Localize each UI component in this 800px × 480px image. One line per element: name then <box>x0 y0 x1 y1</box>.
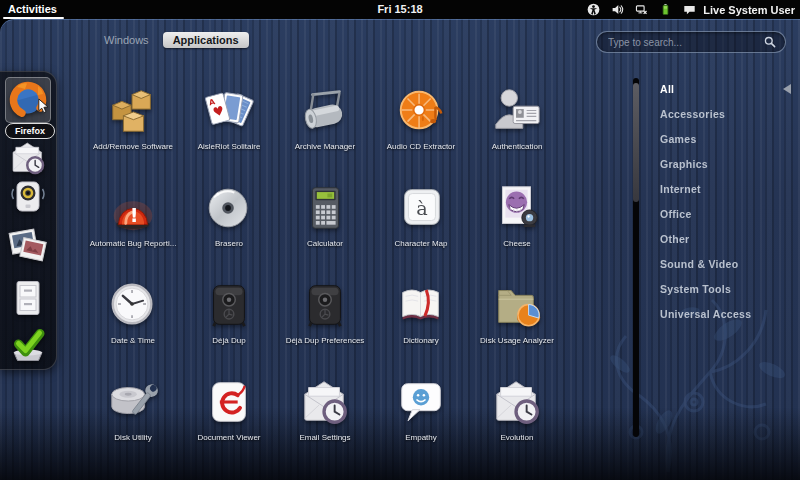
app-label: Calculator <box>277 239 373 248</box>
user-menu[interactable]: Live System User <box>683 3 795 17</box>
scrollbar-thumb[interactable] <box>633 83 639 202</box>
category-scrollbar[interactable] <box>633 78 639 437</box>
archive-manager-icon <box>298 84 352 138</box>
accessibility-icon[interactable] <box>587 3 600 16</box>
category-label: All <box>660 83 674 95</box>
dock-item-evolution[interactable] <box>8 138 48 178</box>
search-icon <box>764 36 776 48</box>
app-item-dictionary[interactable]: Dictionary <box>373 275 469 372</box>
app-item-deja-dup-preferences[interactable]: Déjà Dup Preferences <box>277 275 373 372</box>
dock-item-music-player[interactable] <box>8 177 48 217</box>
category-item-other[interactable]: Other <box>650 227 796 252</box>
app-item-automatic-bug-reporti[interactable]: !Automatic Bug Reporti... <box>85 178 181 275</box>
app-item-deja-dup[interactable]: Déjà Dup <box>181 275 277 372</box>
tab-applications[interactable]: Applications <box>163 32 249 48</box>
envelope-clock-icon <box>490 375 544 429</box>
file-cabinet-icon <box>8 278 48 318</box>
category-item-office[interactable]: Office <box>650 202 796 227</box>
battery-icon[interactable] <box>659 3 672 16</box>
category-label: Universal Access <box>660 308 751 320</box>
app-item-disk-utility[interactable]: Disk Utility <box>85 372 181 469</box>
volume-icon[interactable] <box>611 3 624 16</box>
category-selected-arrow-icon <box>783 84 791 94</box>
category-item-sound-video[interactable]: Sound & Video <box>650 252 796 277</box>
category-label: Office <box>660 208 692 220</box>
character-map-icon: à <box>394 181 448 235</box>
search-box[interactable] <box>596 31 786 53</box>
category-item-accessories[interactable]: Accessories <box>650 102 796 127</box>
category-list: AllAccessoriesGamesGraphicsInternetOffic… <box>650 77 796 327</box>
overview-background: Windows Applications Firefox Add/Remove … <box>0 19 800 480</box>
view-switcher: Windows Applications <box>104 32 249 48</box>
application-grid: Add/Remove SoftwareA♥AisleRiot Solitaire… <box>85 81 567 469</box>
app-label: Character Map <box>373 239 469 248</box>
status-icons <box>587 3 672 16</box>
category-item-universal-access[interactable]: Universal Access <box>650 302 796 327</box>
app-label: Brasero <box>181 239 277 248</box>
dictionary-icon <box>394 278 448 332</box>
add-remove-software-icon <box>106 84 160 138</box>
app-item-archive-manager[interactable]: Archive Manager <box>277 81 373 178</box>
document-viewer-icon <box>202 375 256 429</box>
app-item-date-time[interactable]: Date & Time <box>85 275 181 372</box>
dock-item-software-update[interactable] <box>8 324 48 364</box>
app-label: Email Settings <box>277 433 373 442</box>
music-player-icon <box>8 177 48 217</box>
app-label: Empathy <box>373 433 469 442</box>
app-label: Document Viewer <box>181 433 277 442</box>
search-input[interactable] <box>606 36 764 49</box>
app-item-disk-usage-analyzer[interactable]: Disk Usage Analyzer <box>469 275 565 372</box>
category-item-internet[interactable]: Internet <box>650 177 796 202</box>
bug-report-icon: ! <box>106 181 160 235</box>
app-label: Dictionary <box>373 336 469 345</box>
app-item-character-map[interactable]: àCharacter Map <box>373 178 469 275</box>
safe-icon <box>202 278 256 332</box>
app-item-email-settings[interactable]: Email Settings <box>277 372 373 469</box>
category-item-games[interactable]: Games <box>650 127 796 152</box>
category-label: Other <box>660 233 690 245</box>
app-item-add-remove-software[interactable]: Add/Remove Software <box>85 81 181 178</box>
app-item-evolution[interactable]: Evolution <box>469 372 565 469</box>
category-label: Accessories <box>660 108 725 120</box>
app-label: Déjà Dup Preferences <box>277 336 373 345</box>
app-item-document-viewer[interactable]: Document Viewer <box>181 372 277 469</box>
app-item-cheese[interactable]: Cheese <box>469 178 565 275</box>
brasero-icon <box>202 181 256 235</box>
svg-text:!: ! <box>130 204 139 227</box>
calculator-icon <box>298 181 352 235</box>
category-item-all[interactable]: All <box>650 77 796 102</box>
network-icon[interactable] <box>635 3 648 16</box>
app-label: AisleRiot Solitaire <box>181 142 277 151</box>
disk-utility-icon <box>106 375 160 429</box>
app-label: Add/Remove Software <box>85 142 181 151</box>
aisleriot-icon: A♥ <box>202 84 256 138</box>
authentication-icon <box>490 84 544 138</box>
envelope-clock-icon <box>298 375 352 429</box>
mouse-cursor <box>36 98 51 115</box>
app-label: Date & Time <box>85 336 181 345</box>
clock-icon <box>106 278 160 332</box>
app-item-calculator[interactable]: Calculator <box>277 178 373 275</box>
user-name-label: Live System User <box>703 4 795 16</box>
app-item-authentication[interactable]: Authentication <box>469 81 565 178</box>
tab-windows[interactable]: Windows <box>104 34 149 46</box>
app-item-audio-cd-extractor[interactable]: Audio CD Extractor <box>373 81 469 178</box>
audio-cd-icon <box>394 84 448 138</box>
category-item-graphics[interactable]: Graphics <box>650 152 796 177</box>
category-item-system-tools[interactable]: System Tools <box>650 277 796 302</box>
dock-item-photos[interactable] <box>8 226 48 266</box>
empathy-icon <box>394 375 448 429</box>
category-label: Graphics <box>660 158 708 170</box>
app-item-aisleriot-solitaire[interactable]: A♥AisleRiot Solitaire <box>181 81 277 178</box>
app-label: Evolution <box>469 433 565 442</box>
app-label: Authentication <box>469 142 565 151</box>
disk-usage-icon <box>490 278 544 332</box>
safe-icon <box>298 278 352 332</box>
app-item-brasero[interactable]: Brasero <box>181 178 277 275</box>
app-label: Déjà Dup <box>181 336 277 345</box>
app-label: Archive Manager <box>277 142 373 151</box>
dock-item-file-manager[interactable] <box>8 278 48 318</box>
app-item-empathy[interactable]: Empathy <box>373 372 469 469</box>
category-label: System Tools <box>660 283 731 295</box>
photos-icon <box>8 226 48 266</box>
